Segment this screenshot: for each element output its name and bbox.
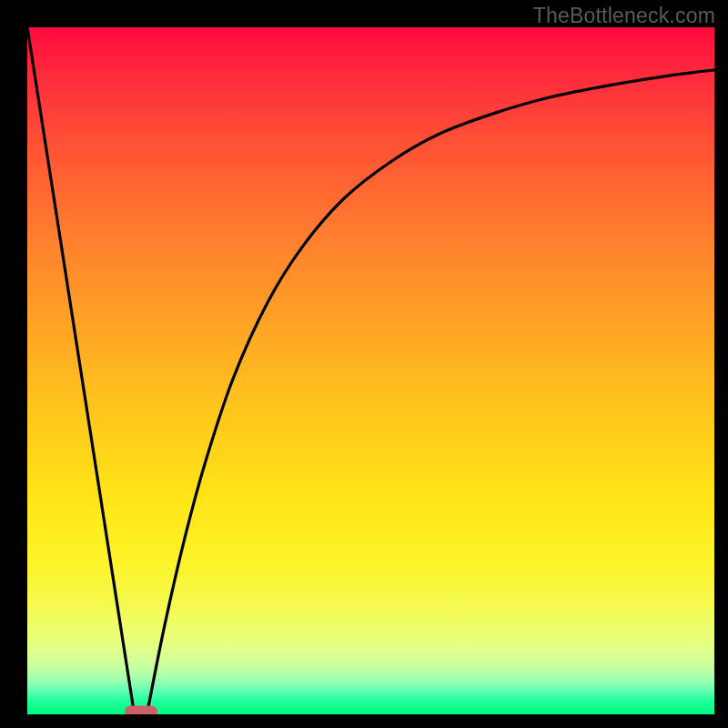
chart-frame: TheBottleneck.com [0, 0, 728, 728]
plot-area [27, 27, 714, 714]
min-marker-pill [125, 705, 157, 714]
curve-right-leg [147, 70, 714, 711]
curve-layer [27, 27, 714, 714]
curve-left-leg [27, 27, 134, 711]
watermark-text: TheBottleneck.com [533, 4, 715, 28]
